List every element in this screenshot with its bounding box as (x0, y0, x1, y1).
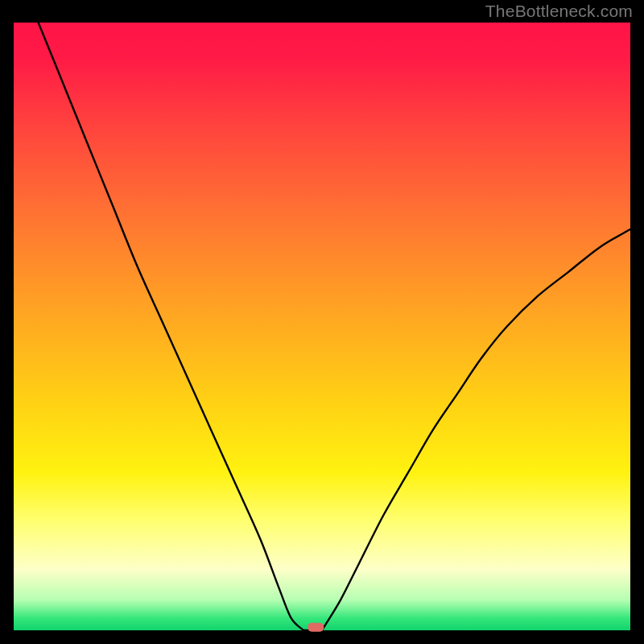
curve-path (39, 23, 630, 633)
chart-frame: TheBottleneck.com (0, 0, 644, 644)
watermark-text: TheBottleneck.com (485, 2, 633, 21)
bottleneck-curve (14, 23, 630, 630)
plot-area (14, 23, 630, 630)
minimum-marker (308, 623, 324, 632)
